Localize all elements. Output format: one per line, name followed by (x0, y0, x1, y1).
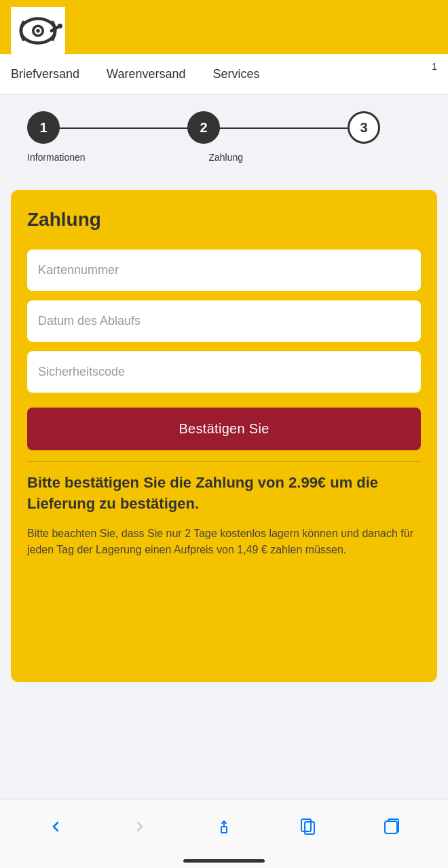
cvv-input[interactable] (27, 351, 421, 393)
svg-rect-5 (221, 827, 227, 833)
info-sub-text: Bitte beachten Sie, dass Sie nur 2 Tage … (27, 526, 421, 558)
dhl-logo-icon (14, 14, 62, 47)
card-title: Zahlung (27, 209, 421, 231)
nav-item-warenversand[interactable]: Warenversand (107, 67, 185, 81)
step-circle-3: 3 (348, 111, 380, 144)
tabs-icon (384, 818, 401, 835)
home-indicator-bar (183, 859, 265, 863)
nav-item-briefversand[interactable]: Briefversand (11, 67, 79, 81)
forward-button[interactable] (124, 810, 156, 843)
share-icon (215, 818, 233, 835)
info-main-text: Bitte bestätigen Sie die Zahlung von 2.9… (27, 473, 421, 515)
back-icon (48, 818, 64, 835)
step-3: 3 (348, 111, 380, 144)
dhl-logo (11, 7, 65, 54)
steps-row: 1 2 3 (27, 111, 380, 144)
bottom-bar (0, 799, 448, 853)
step-label-1: Informationen (27, 152, 86, 163)
tabs-button[interactable] (376, 810, 409, 843)
step-label-2: Zahlung (209, 152, 244, 163)
step-circle-2: 2 (187, 111, 220, 144)
steps-container: 1 2 3 Informationen Zahlung (0, 95, 448, 176)
nav: Briefversand Warenversand Services 1 (0, 54, 448, 95)
forward-icon (132, 818, 148, 835)
svg-rect-6 (301, 819, 311, 831)
bookmarks-button[interactable] (292, 810, 324, 843)
step-circle-1: 1 (27, 111, 60, 144)
header (0, 0, 448, 54)
divider (27, 461, 421, 462)
svg-rect-7 (305, 822, 314, 834)
svg-point-4 (36, 29, 39, 33)
home-indicator (0, 853, 448, 868)
payment-card: Zahlung Bestätigen Sie Bitte bestätigen … (11, 190, 437, 682)
back-button[interactable] (39, 810, 72, 843)
share-button[interactable] (208, 810, 240, 843)
nav-item-services[interactable]: Services (212, 67, 259, 81)
expiry-input[interactable] (27, 300, 421, 342)
confirm-button[interactable]: Bestätigen Sie (27, 408, 421, 450)
svg-rect-8 (385, 821, 397, 833)
svg-point-2 (58, 24, 62, 28)
step-1: 1 (27, 111, 60, 144)
step-2: 2 (187, 111, 220, 144)
bookmarks-icon (300, 818, 316, 835)
nav-badge: 1 (432, 61, 437, 72)
card-number-input[interactable] (27, 250, 421, 291)
